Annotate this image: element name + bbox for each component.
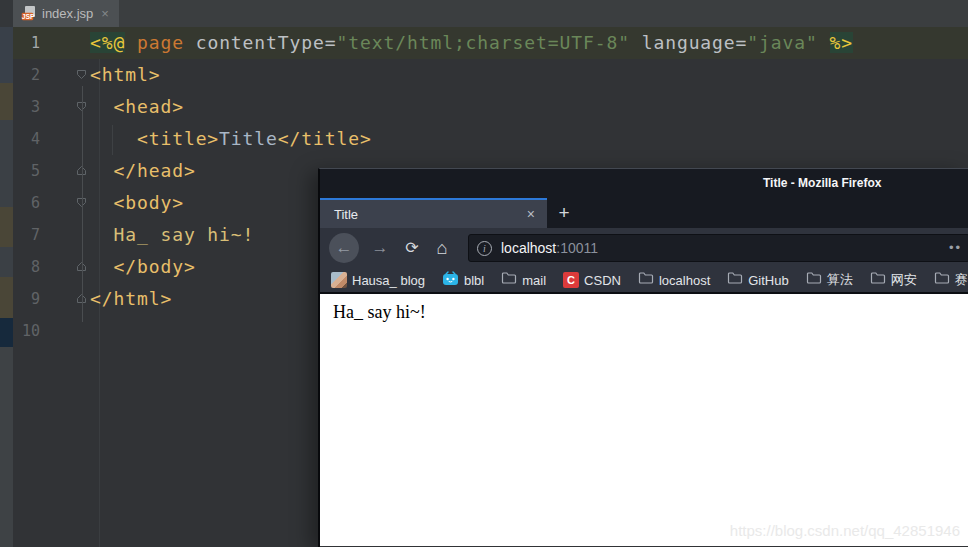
line-number[interactable]: 4 [13,123,40,155]
sliver-segment [0,120,13,207]
code-text: <head> [90,91,184,123]
bookmark-label: localhost [659,273,710,288]
bilibili-icon [442,271,459,290]
folder-icon [934,271,950,289]
bookmark-label: 赛事 [955,271,968,289]
bookmark-item[interactable]: 算法 [806,271,853,289]
avatar-icon [331,272,347,288]
sliver-segment [0,83,13,120]
firefox-tab-strip: Title × + [320,198,968,228]
line-number[interactable]: 8 [13,251,40,283]
line-number[interactable]: 5 [13,155,40,187]
csdn-icon: C [563,272,579,288]
code-text: <title>Title</title> [90,123,372,155]
folder-icon [870,271,886,289]
watermark: https://blog.csdn.net/qq_42851946 [730,522,960,539]
folder-icon [806,271,822,289]
firefox-nav-bar: ← → ⟳ ⌂ i localhost:10011 •• [320,228,968,268]
bookmark-label: 网安 [891,271,917,289]
ide-tab-bar: JSP index.jsp × [13,0,968,27]
code-line[interactable]: 4 <title>Title</title> [13,123,968,155]
bookmark-label: mail [522,273,546,288]
bookmark-item[interactable]: 网安 [870,271,917,289]
firefox-window: Title - Mozilla Firefox Title × + ← → ⟳ … [318,168,968,547]
screen: JSP index.jsp × 1<%@ page contentType="t… [0,0,968,547]
bookmark-item[interactable]: CCSDN [563,272,621,288]
url-bar[interactable]: i localhost:10011 •• [468,234,968,262]
firefox-title-bar[interactable]: Title - Mozilla Firefox [320,169,968,198]
bookmarks-bar: Hausa_ blogblblmailCCSDNlocalhostGitHub算… [320,268,968,294]
back-button[interactable]: ← [329,233,359,263]
jsp-file-icon: JSP [19,6,36,22]
sliver-segment [0,318,13,347]
sliver-segment [0,0,13,27]
bookmark-item[interactable]: localhost [638,271,710,289]
code-text: Ha_ say hi~! [90,219,254,251]
bookmark-item[interactable]: blbl [442,271,484,290]
fold-marker-icon [40,27,90,59]
bookmark-item[interactable]: GitHub [727,271,788,289]
bookmark-label: GitHub [748,273,788,288]
folder-icon [638,271,654,289]
page-actions-icon[interactable]: •• [949,240,962,255]
reload-button[interactable]: ⟳ [399,233,425,263]
bookmark-item[interactable]: mail [501,271,546,289]
sliver-segment [0,27,13,83]
url-host: localhost [501,240,556,256]
tab-close-icon[interactable]: × [101,6,109,21]
bookmark-label: 算法 [827,271,853,289]
code-line[interactable]: 1<%@ page contentType="text/html;charset… [13,27,968,59]
tab-close-icon[interactable]: × [527,206,535,222]
bookmark-item[interactable]: 赛事 [934,271,968,289]
bookmark-label: blbl [464,273,484,288]
page-content: Ha_ say hi~! https://blog.csdn.net/qq_42… [320,294,968,546]
code-text: </html> [90,283,172,315]
sliver-segment [0,207,13,247]
line-number[interactable]: 9 [13,283,40,315]
line-number[interactable]: 3 [13,91,40,123]
line-number[interactable]: 2 [13,59,40,91]
forward-button[interactable]: → [367,233,393,263]
bookmark-item[interactable]: Hausa_ blog [331,272,425,288]
code-text: </head> [90,155,196,187]
folder-icon [727,271,743,289]
folder-icon [501,271,517,289]
page-text: Ha_ say hi~! [333,302,426,323]
line-number[interactable]: 10 [13,315,40,347]
background-window-sliver [0,0,13,547]
line-number[interactable]: 1 [13,27,40,59]
code-line[interactable]: 2<html> [13,59,968,91]
editor-tab-index-jsp[interactable]: JSP index.jsp × [13,0,119,27]
sliver-segment [0,347,13,547]
indent-guide [112,125,113,155]
editor-tab-title: index.jsp [42,6,93,21]
fold-guide-line [82,86,83,322]
home-button[interactable]: ⌂ [429,233,455,263]
sliver-segment [0,247,13,277]
code-text: </body> [90,251,196,283]
sliver-segment [0,277,13,318]
bookmark-label: CSDN [584,273,621,288]
code-text: <body> [90,187,184,219]
new-tab-button[interactable]: + [547,198,581,228]
url-port: :10011 [556,240,598,256]
bookmark-label: Hausa_ blog [352,273,425,288]
code-text: <%@ page contentType="text/html;charset=… [90,27,853,59]
code-text: <html> [90,59,160,91]
line-number[interactable]: 6 [13,187,40,219]
line-number[interactable]: 7 [13,219,40,251]
browser-tab-label: Title [334,207,527,222]
code-line[interactable]: 3 <head> [13,91,968,123]
browser-tab-title[interactable]: Title × [320,198,547,228]
site-info-icon[interactable]: i [477,241,492,256]
window-title: Title - Mozilla Firefox [763,176,881,190]
